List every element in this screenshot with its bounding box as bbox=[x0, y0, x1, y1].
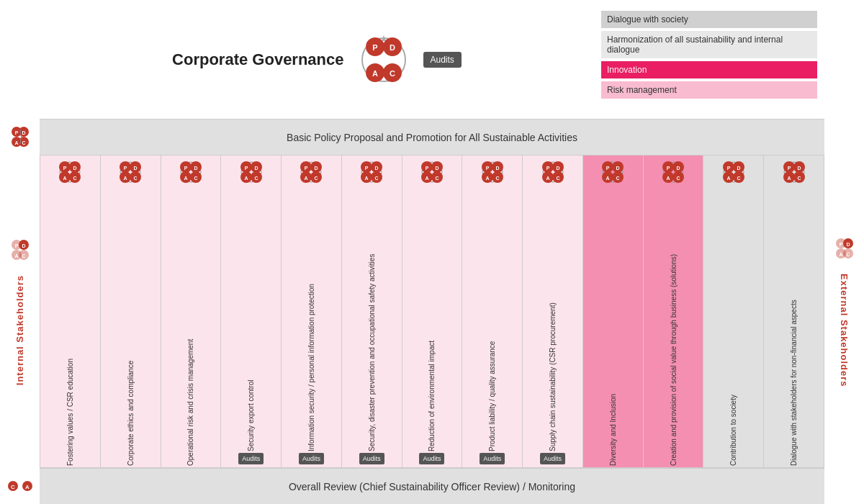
col-pdca-icon-12: PDAC bbox=[780, 158, 808, 186]
svg-text:D: D bbox=[254, 166, 258, 171]
svg-text:D: D bbox=[495, 166, 499, 171]
svg-text:A: A bbox=[184, 176, 187, 181]
column-item-4: PDACInformation security / personal info… bbox=[282, 156, 342, 467]
col-audits-badge-3: Audits bbox=[238, 453, 264, 464]
svg-text:A: A bbox=[124, 176, 127, 181]
svg-text:D: D bbox=[390, 43, 395, 52]
col-pdca-icon-1: PDAC bbox=[117, 158, 144, 186]
svg-text:C: C bbox=[22, 253, 25, 258]
svg-text:A: A bbox=[25, 484, 30, 490]
d-circle-icon: P D A C bbox=[8, 238, 32, 262]
column-text-10: Creation and provision of social value t… bbox=[669, 189, 678, 467]
svg-text:P: P bbox=[839, 242, 842, 247]
svg-text:P: P bbox=[14, 243, 18, 248]
main-layout: P D A C P D A bbox=[0, 0, 864, 504]
svg-text:D: D bbox=[677, 166, 680, 171]
svg-text:A: A bbox=[425, 176, 428, 181]
svg-text:A: A bbox=[726, 176, 730, 181]
col-pdca-icon-8: PDAC bbox=[539, 158, 567, 186]
col-pdca-icon-6: PDAC bbox=[418, 158, 446, 186]
legend-innovation: Innovation bbox=[601, 61, 817, 78]
left-column: P D A C P D A bbox=[0, 0, 40, 504]
svg-text:P: P bbox=[606, 166, 610, 171]
svg-text:A: A bbox=[305, 176, 308, 181]
svg-text:P: P bbox=[667, 166, 670, 171]
column-item-6: PDACReduction of environmental impactAud… bbox=[402, 156, 463, 467]
column-text-7: Product liability / quality assurance bbox=[487, 189, 497, 453]
svg-text:D: D bbox=[846, 242, 850, 247]
column-item-1: PDACCorporate ethics and compliance bbox=[101, 156, 161, 467]
svg-text:P: P bbox=[244, 166, 248, 171]
svg-text:A: A bbox=[667, 176, 670, 181]
svg-text:C: C bbox=[134, 176, 138, 181]
svg-text:D: D bbox=[797, 166, 801, 171]
svg-text:D: D bbox=[737, 166, 740, 171]
ca-row-text: Overall Review (Chief Sustainability Off… bbox=[289, 481, 575, 492]
svg-text:P: P bbox=[426, 166, 429, 171]
column-text-0: Fostering values / CSR education bbox=[66, 189, 75, 467]
p-circle-icon: P D A C bbox=[8, 125, 32, 149]
svg-text:C: C bbox=[375, 176, 379, 181]
svg-text:C: C bbox=[11, 484, 15, 490]
svg-text:P: P bbox=[124, 166, 127, 171]
left-rows: P D A C P D A bbox=[0, 119, 40, 504]
column-item-7: PDACProduct liability / quality assuranc… bbox=[462, 156, 523, 467]
column-text-2: Operational risk and crisis management bbox=[186, 189, 195, 467]
svg-text:D: D bbox=[22, 130, 25, 135]
legend-area: Dialogue with society Harmonization of a… bbox=[594, 7, 824, 112]
p-row-text: Basic Policy Proposal and Promotion for … bbox=[287, 132, 577, 143]
right-d-row: P D A C External Stakeholders bbox=[832, 155, 857, 468]
d-row: PDACFostering values / CSR educationPDAC… bbox=[40, 155, 824, 468]
right-column: P D A C External Stakeholders bbox=[824, 0, 864, 504]
svg-text:P: P bbox=[546, 166, 549, 171]
svg-text:P: P bbox=[485, 166, 489, 171]
svg-text:C: C bbox=[846, 252, 850, 257]
svg-text:C: C bbox=[616, 176, 620, 181]
column-text-8: Supply chain sustainability (CSR procure… bbox=[548, 189, 557, 453]
corp-gov-area: Corporate Governance P D bbox=[40, 7, 594, 112]
col-pdca-icon-2: PDAC bbox=[177, 158, 204, 186]
svg-text:P: P bbox=[14, 130, 18, 135]
right-d-circle-icon: P D A C bbox=[832, 236, 857, 261]
svg-text:A: A bbox=[546, 176, 549, 181]
main-pdca-icon: P D A C bbox=[355, 31, 413, 89]
svg-text:D: D bbox=[194, 166, 197, 171]
svg-text:P: P bbox=[305, 166, 308, 171]
col-pdca-icon-4: PDAC bbox=[297, 158, 325, 186]
p-label-left: P D A C bbox=[0, 119, 40, 155]
svg-text:P: P bbox=[365, 166, 369, 171]
svg-text:C: C bbox=[315, 176, 318, 181]
svg-text:A: A bbox=[63, 176, 67, 181]
svg-text:C: C bbox=[22, 140, 25, 145]
svg-text:A: A bbox=[787, 176, 791, 181]
col-pdca-icon-10: PDAC bbox=[660, 158, 687, 186]
col-pdca-icon-9: PDAC bbox=[599, 158, 626, 186]
svg-text:A: A bbox=[244, 176, 248, 181]
col-audits-badge-5: Audits bbox=[359, 453, 384, 464]
right-rows: P D A C External Stakeholders bbox=[832, 119, 857, 504]
main-audits-badge: Audits bbox=[423, 52, 462, 68]
col-audits-badge-6: Audits bbox=[419, 453, 444, 464]
column-text-1: Corporate ethics and compliance bbox=[126, 189, 135, 467]
svg-text:D: D bbox=[616, 166, 620, 171]
svg-text:D: D bbox=[556, 166, 559, 171]
ca-row: Overall Review (Chief Sustainability Off… bbox=[40, 468, 824, 504]
svg-text:P: P bbox=[184, 166, 188, 171]
svg-text:A: A bbox=[372, 69, 378, 78]
column-item-12: PDACDialogue with stakeholders for non-f… bbox=[764, 156, 824, 467]
col-audits-badge-4: Audits bbox=[299, 453, 324, 464]
col-pdca-icon-3: PDAC bbox=[238, 158, 265, 186]
svg-text:C: C bbox=[435, 176, 438, 181]
col-pdca-icon-0: PDAC bbox=[56, 158, 84, 186]
svg-text:A: A bbox=[365, 176, 369, 181]
column-item-8: PDACSupply chain sustainability (CSR pro… bbox=[523, 156, 583, 467]
svg-text:A: A bbox=[14, 253, 18, 258]
svg-text:C: C bbox=[73, 176, 77, 181]
column-text-11: Contribution to society bbox=[729, 189, 738, 467]
legend-dialogue: Dialogue with society bbox=[601, 11, 817, 28]
column-item-9: PDACDiversity and Inclusion bbox=[583, 156, 644, 467]
column-item-2: PDACOperational risk and crisis manageme… bbox=[161, 156, 222, 467]
svg-text:P: P bbox=[372, 43, 377, 52]
svg-text:D: D bbox=[22, 243, 25, 248]
column-text-9: Diversity and Inclusion bbox=[608, 189, 618, 467]
